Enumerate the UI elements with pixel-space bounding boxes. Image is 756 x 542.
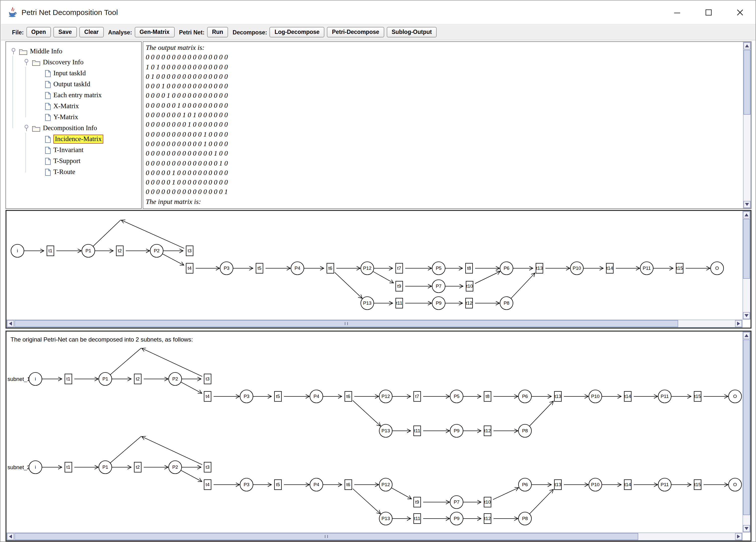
transition-t3: t3	[186, 246, 193, 256]
transition-t1: t1	[65, 462, 72, 472]
transition-t11: t11	[396, 298, 403, 308]
tree-item-label: Discovery Info	[43, 58, 84, 66]
folder-icon	[19, 48, 27, 55]
tree-item-t-invariant[interactable]: T-Invariant	[6, 145, 141, 156]
place-p12: P12	[361, 262, 374, 275]
svg-text:t11: t11	[414, 516, 420, 521]
svg-text:P1: P1	[85, 248, 91, 253]
place-p7: P7	[450, 496, 463, 509]
svg-text:P4: P4	[313, 394, 319, 399]
scroll-right-button[interactable]	[735, 533, 742, 540]
transition-t10: t10	[484, 497, 491, 507]
net-horizontal-scrollbar[interactable]	[6, 319, 743, 327]
petri-net-canvas: it1P1t2P2t3t4P3t5P4t6P12t7P5t8P6t13P10t1…	[6, 211, 743, 319]
transition-t6: t6	[345, 480, 352, 490]
place-p2: P2	[169, 461, 182, 474]
place-p11: P11	[658, 390, 671, 403]
svg-text:P10: P10	[573, 266, 581, 271]
scroll-thumb[interactable]	[743, 339, 750, 515]
net-vertical-scrollbar[interactable]	[743, 211, 751, 319]
svg-text:P11: P11	[661, 482, 669, 487]
scroll-up-button[interactable]	[743, 212, 750, 219]
svg-text:P13: P13	[381, 516, 390, 521]
svg-text:P5: P5	[436, 266, 441, 271]
matrix-row: 0 0 0 0 0 0 0 0 0 0 0 0 0 0 1 0	[146, 158, 743, 168]
toolbar: File:OpenSaveClearAnalyse:Gen-MatrixPetr…	[1, 24, 756, 40]
scroll-right-button[interactable]	[735, 320, 742, 327]
svg-text:t2: t2	[136, 464, 140, 470]
file-icon	[45, 81, 51, 88]
tree-item-incidence-matrix[interactable]: Incidence-Matrix	[6, 134, 141, 145]
decomp-vertical-scrollbar[interactable]	[743, 331, 751, 533]
file-icon	[45, 135, 51, 143]
svg-text:t14: t14	[625, 394, 631, 399]
maximize-button[interactable]	[693, 0, 724, 24]
scroll-thumb[interactable]	[14, 533, 638, 540]
svg-text:t1: t1	[66, 376, 70, 381]
place-p6: P6	[518, 390, 531, 403]
scroll-up-button[interactable]	[744, 42, 751, 49]
expand-handle-icon[interactable]	[10, 47, 19, 55]
transition-t15: t15	[694, 480, 701, 490]
toolbar-group-analyse: Analyse:Gen-Matrix	[108, 27, 174, 38]
petri-decompose-button[interactable]: Petri-Decompose	[327, 27, 384, 38]
scroll-left-button[interactable]	[7, 533, 14, 540]
svg-text:P12: P12	[381, 482, 390, 487]
scroll-thumb[interactable]	[744, 50, 751, 115]
svg-text:t6: t6	[346, 482, 350, 487]
tree-item-t-route[interactable]: T-Route	[6, 167, 141, 178]
minimize-button[interactable]	[661, 0, 693, 24]
log-decompose-button[interactable]: Log-Decompose	[269, 27, 324, 38]
tree-item-t-support[interactable]: T-Support	[6, 156, 141, 167]
svg-text:t1: t1	[48, 248, 52, 253]
tree-item-label: Incidence-Matrix	[53, 135, 103, 144]
tree-item-label: Y-Matrix	[53, 113, 78, 121]
scroll-down-button[interactable]	[743, 525, 750, 532]
svg-text:t12: t12	[466, 300, 472, 306]
open-button[interactable]: Open	[26, 27, 51, 38]
tree-item-decomposition-info[interactable]: Decomposition Info	[6, 123, 141, 134]
scroll-thumb[interactable]	[743, 219, 750, 279]
tree-item-label: T-Invariant	[53, 146, 83, 154]
place-p3: P3	[240, 478, 253, 491]
decomposition-panel: The original Petri-Net can be decomposed…	[5, 330, 752, 542]
scroll-down-button[interactable]	[744, 201, 751, 208]
tree-panel: Middle InfoDiscovery InfoInput taskIdOut…	[5, 41, 142, 209]
svg-text:P6: P6	[522, 394, 528, 399]
close-button[interactable]	[724, 0, 756, 24]
decomp-horizontal-scrollbar[interactable]	[6, 533, 743, 541]
svg-text:P5: P5	[454, 394, 459, 399]
place-i: i	[29, 372, 42, 385]
svg-text:P9: P9	[436, 300, 441, 306]
tree-item-y-matrix[interactable]: Y-Matrix	[6, 112, 141, 123]
scroll-up-button[interactable]	[743, 332, 750, 339]
save-button[interactable]: Save	[53, 27, 77, 38]
transition-t7: t7	[396, 263, 403, 273]
toolbar-group-file: File:OpenSaveClear	[12, 27, 104, 38]
scroll-thumb[interactable]	[14, 320, 678, 327]
scroll-left-button[interactable]	[7, 320, 14, 327]
expand-handle-icon[interactable]	[23, 58, 32, 66]
transition-t2: t2	[134, 462, 141, 472]
run-button[interactable]: Run	[207, 27, 228, 38]
place-o: O	[729, 478, 742, 491]
svg-text:t8: t8	[467, 266, 471, 271]
tree-item-each-entry-matrix[interactable]: Each entry matrix	[6, 90, 141, 101]
tree-item-x-matrix[interactable]: X-Matrix	[6, 101, 141, 112]
scroll-down-button[interactable]	[743, 312, 750, 319]
sublog-output-button[interactable]: Sublog-Output	[387, 27, 437, 38]
tree-item-middle-info[interactable]: Middle Info	[6, 46, 141, 57]
clear-button[interactable]: Clear	[79, 27, 104, 38]
decomposition-canvas: The original Petri-Net can be decomposed…	[6, 331, 743, 533]
tree-item-discovery-info[interactable]: Discovery Info	[6, 57, 141, 68]
tree-item-output-taskid[interactable]: Output taskId	[6, 79, 141, 90]
matrix-vertical-scrollbar[interactable]	[743, 42, 751, 209]
expand-handle-icon[interactable]	[23, 124, 32, 132]
transition-t2: t2	[116, 246, 123, 256]
svg-text:t2: t2	[136, 376, 140, 381]
tree-item-input-taskid[interactable]: Input taskId	[6, 68, 141, 79]
place-p9: P9	[450, 512, 463, 525]
place-p1: P1	[82, 244, 95, 257]
svg-text:t10: t10	[484, 499, 491, 505]
gen-matrix-button[interactable]: Gen-Matrix	[134, 27, 174, 38]
